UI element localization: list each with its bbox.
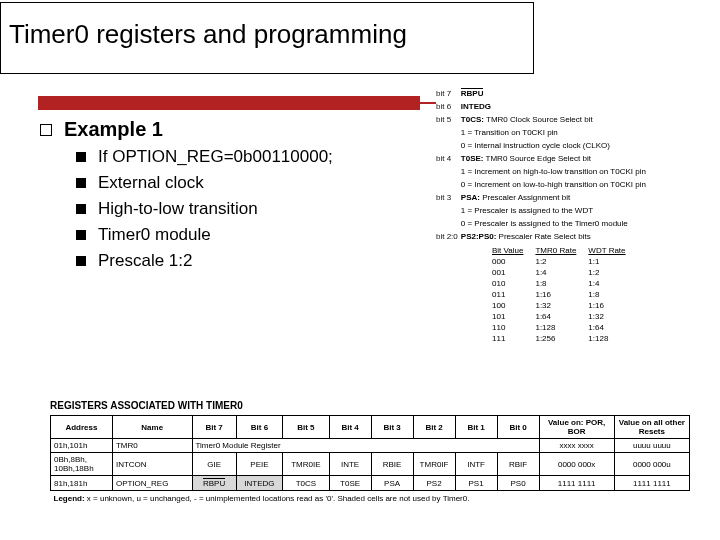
- associated-registers: REGISTERS ASSOCIATED WITH TIMER0 Address…: [50, 400, 690, 505]
- bullet-filled-icon: [76, 230, 86, 240]
- assoc-title: REGISTERS ASSOCIATED WITH TIMER0: [50, 400, 690, 411]
- example-heading: Example 1: [64, 118, 163, 141]
- example-item: High-to-low transition: [98, 199, 258, 219]
- bullet-filled-icon: [76, 152, 86, 162]
- bullet-hollow-icon: [40, 124, 52, 136]
- accent-bar-tail: [420, 102, 436, 104]
- example-item: External clock: [98, 173, 204, 193]
- option-reg-bit-defs: bit 7RBPUbit 6INTEDGbit 5T0CS: TMR0 Cloc…: [436, 88, 649, 344]
- bullet-filled-icon: [76, 204, 86, 214]
- example-item: Prescale 1:2: [98, 251, 193, 271]
- bullet-filled-icon: [76, 178, 86, 188]
- example-item: If OPTION_REG=0b00110000;: [98, 147, 333, 167]
- example-item: Timer0 module: [98, 225, 211, 245]
- page-title: Timer0 registers and programming: [9, 19, 523, 50]
- accent-bar: [38, 96, 420, 110]
- bullet-filled-icon: [76, 256, 86, 266]
